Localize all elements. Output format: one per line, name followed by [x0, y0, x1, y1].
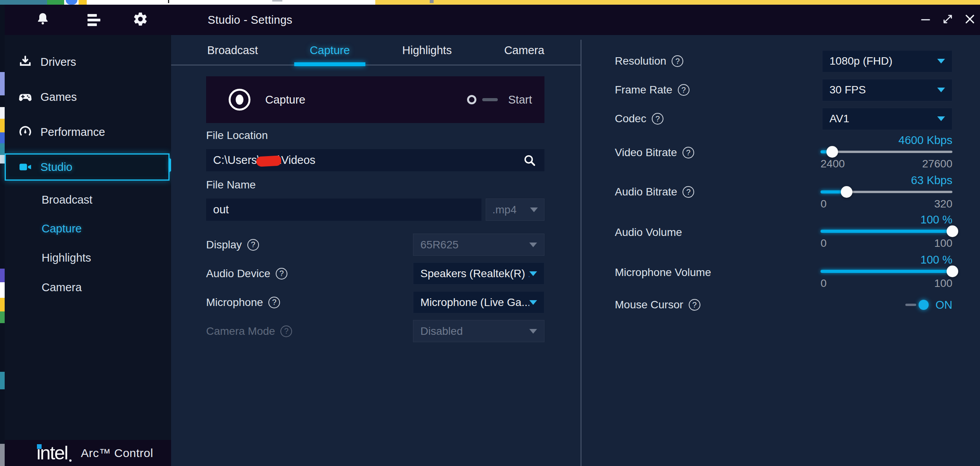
audio-volume-slider[interactable] — [821, 225, 952, 237]
resolution-value: 1080p (FHD) — [830, 55, 937, 67]
display-dropdown[interactable]: 65R625 — [413, 234, 544, 256]
menu-icon — [88, 14, 101, 26]
window-title: Studio - Settings — [208, 14, 292, 26]
pane-divider — [581, 40, 581, 466]
mouse-cursor-toggle[interactable]: ON — [905, 299, 953, 311]
codec-dropdown[interactable]: AV1 — [822, 108, 952, 130]
sidebar-item-studio[interactable]: Studio — [5, 153, 170, 181]
slider-max: 100 — [934, 277, 952, 290]
start-capture-toggle[interactable]: Start — [467, 93, 544, 106]
sidebar-subitem-camera[interactable]: Camera — [5, 275, 171, 300]
file-name-value: out — [213, 203, 229, 216]
video-camera-icon — [18, 160, 33, 174]
mouse-cursor-row: Mouse Cursor ON — [615, 299, 952, 311]
audio-device-dropdown[interactable]: Speakers (Realtek(R) ... — [413, 262, 544, 285]
tab-camera[interactable]: Camera — [476, 35, 573, 65]
notifications-button[interactable] — [30, 5, 55, 35]
help-icon[interactable] — [678, 84, 690, 96]
audio-bitrate-slider[interactable] — [821, 186, 952, 198]
slider-knob[interactable] — [826, 146, 838, 158]
sidebar: Drivers Games Performance Studio — [5, 5, 171, 466]
camera-mode-value: Disabled — [420, 325, 529, 338]
browse-search-icon[interactable] — [523, 153, 537, 167]
help-icon[interactable] — [652, 113, 663, 125]
toggle-state-label: ON — [936, 299, 953, 311]
audio-bitrate-value: 63 Kbps — [821, 174, 952, 186]
display-value: 65R625 — [420, 239, 529, 251]
slider-knob[interactable] — [947, 225, 958, 237]
audio-device-row: Audio Device Speakers (Realtek(R) ... — [206, 262, 544, 285]
chevron-down-icon — [937, 59, 945, 63]
help-icon[interactable] — [682, 186, 694, 198]
audio-volume-value: 100 % — [821, 214, 952, 225]
tab-highlights[interactable]: Highlights — [378, 35, 476, 65]
start-label: Start — [508, 93, 532, 106]
intel-logo-trademark-dot — [69, 459, 72, 462]
file-location-prefix: C:\Users\ — [213, 154, 260, 167]
sidebar-item-performance[interactable]: Performance — [5, 118, 171, 146]
resize-button[interactable] — [941, 11, 955, 29]
capture-card-label: Capture — [265, 93, 305, 106]
redacted-username — [256, 155, 281, 167]
video-bitrate-slider-group: 4600 Kbps 240027600 — [821, 134, 952, 170]
chevron-down-icon — [530, 208, 538, 212]
capture-card: Capture Start — [206, 76, 544, 123]
file-extension-value: .mp4 — [492, 204, 516, 216]
resolution-dropdown[interactable]: 1080p (FHD) — [822, 50, 952, 72]
tab-label: Broadcast — [207, 44, 258, 57]
help-icon[interactable] — [672, 55, 683, 67]
sidebar-item-games[interactable]: Games — [5, 83, 171, 111]
tab-label: Highlights — [402, 44, 452, 57]
minimize-button[interactable] — [919, 11, 933, 29]
gear-icon — [133, 11, 148, 28]
sidebar-toolbar — [5, 5, 171, 35]
help-icon[interactable] — [280, 325, 292, 337]
close-button[interactable] — [963, 11, 977, 29]
slider-min: 2400 — [821, 158, 845, 170]
microphone-volume-slider-group: 100 % 0100 — [821, 254, 952, 290]
sidebar-subitem-broadcast[interactable]: Broadcast — [5, 187, 171, 212]
sidebar-subitem-highlights[interactable]: Highlights — [5, 245, 171, 270]
audio-bitrate-slider-group: 63 Kbps 0320 — [821, 174, 952, 210]
help-icon[interactable] — [682, 147, 694, 158]
product-name: Arc™ Control — [81, 447, 153, 460]
resolution-row: Resolution 1080p (FHD) — [615, 50, 952, 72]
sidebar-subitem-capture[interactable]: Capture — [5, 216, 171, 241]
camera-mode-dropdown[interactable]: Disabled — [413, 320, 544, 342]
window-controls — [919, 11, 980, 29]
menu-button[interactable] — [82, 5, 107, 35]
file-location-input[interactable]: C:\Users\\Videos — [206, 149, 544, 171]
slider-knob[interactable] — [947, 266, 958, 277]
file-name-label: File Name — [206, 179, 256, 191]
tab-broadcast[interactable]: Broadcast — [184, 35, 281, 65]
help-icon[interactable] — [268, 297, 280, 308]
chevron-down-icon — [529, 271, 537, 276]
chevron-down-icon — [529, 329, 537, 334]
help-icon[interactable] — [247, 239, 259, 251]
sidebar-item-label: Games — [40, 91, 77, 104]
video-bitrate-label: Video Bitrate — [615, 147, 694, 158]
settings-button[interactable] — [128, 5, 153, 35]
microphone-row: Microphone Microphone (Live Ga... — [206, 291, 544, 313]
record-icon — [229, 89, 250, 111]
microphone-dropdown[interactable]: Microphone (Live Ga... — [413, 291, 544, 313]
file-extension-dropdown[interactable]: .mp4 — [486, 199, 544, 221]
audio-device-label: Audio Device — [206, 267, 270, 280]
file-name-input[interactable]: out — [206, 199, 481, 221]
help-icon[interactable] — [689, 299, 700, 311]
chevron-down-icon — [937, 88, 945, 92]
help-icon[interactable] — [276, 268, 287, 280]
sidebar-subitem-label: Broadcast — [42, 193, 93, 206]
audio-volume-slider-group: 100 % 0100 — [821, 214, 952, 250]
sidebar-item-drivers[interactable]: Drivers — [5, 48, 171, 76]
codec-row: Codec AV1 — [615, 107, 952, 130]
start-toggle-track — [482, 98, 498, 101]
toggle-track — [905, 304, 916, 306]
slider-knob[interactable] — [841, 186, 852, 198]
video-bitrate-slider[interactable] — [821, 146, 952, 158]
chevron-down-icon — [529, 243, 537, 247]
microphone-volume-slider[interactable] — [821, 266, 952, 277]
microphone-volume-value: 100 % — [821, 254, 952, 266]
frame-rate-dropdown[interactable]: 30 FPS — [822, 79, 952, 101]
tab-capture[interactable]: Capture — [281, 35, 378, 65]
